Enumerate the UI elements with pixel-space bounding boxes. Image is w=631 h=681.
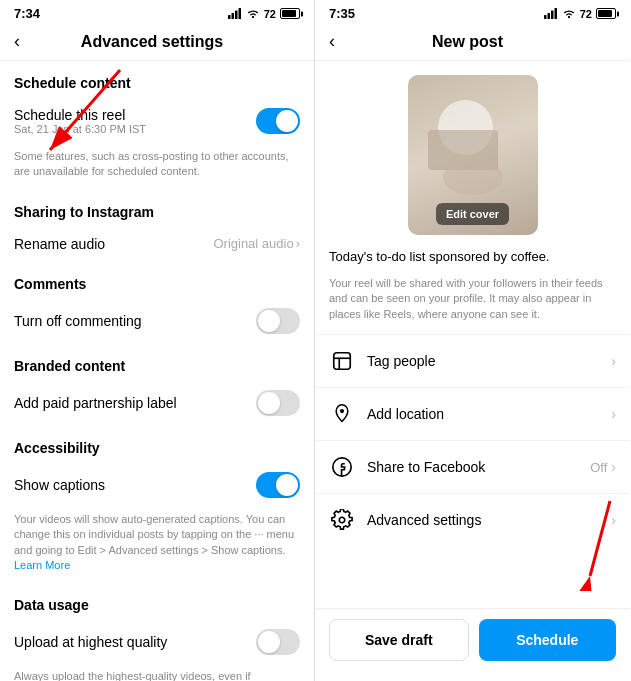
svg-rect-9 xyxy=(551,11,554,20)
svg-rect-2 xyxy=(235,11,238,20)
svg-rect-7 xyxy=(544,15,547,19)
svg-point-11 xyxy=(568,16,570,18)
save-draft-button[interactable]: Save draft xyxy=(329,619,469,661)
rename-audio-value: Original audio › xyxy=(213,236,300,251)
chevron-tag: › xyxy=(611,353,616,369)
battery-icon-left xyxy=(280,8,300,19)
edit-cover-button[interactable]: Edit cover xyxy=(436,203,509,225)
advanced-settings-label: Advanced settings xyxy=(367,512,611,528)
header-left: ‹ Advanced settings xyxy=(0,25,314,61)
chevron-facebook: › xyxy=(611,459,616,475)
setting-label-schedule-reel: Schedule this reel Sat, 21 Jan at 6:30 P… xyxy=(14,107,146,135)
turn-off-commenting-toggle[interactable] xyxy=(256,308,300,334)
back-button-right[interactable]: ‹ xyxy=(329,31,335,52)
upload-quality-label: Upload at highest quality xyxy=(14,634,167,650)
setting-row-partnership[interactable]: Add paid partnership label xyxy=(0,380,314,426)
chevron-advanced: › xyxy=(611,512,616,528)
setting-row-rename-audio[interactable]: Rename audio Original audio › xyxy=(0,226,314,262)
action-row-advanced-settings[interactable]: Advanced settings › xyxy=(315,493,630,546)
captions-toggle[interactable] xyxy=(256,472,300,498)
header-right: ‹ New post xyxy=(315,25,630,61)
setting-row-comments[interactable]: Turn off commenting xyxy=(0,298,314,344)
section-accessibility: Accessibility xyxy=(0,426,314,462)
time-right: 7:35 xyxy=(329,6,355,21)
schedule-reel-toggle[interactable] xyxy=(256,108,300,134)
status-icons-right: 72 xyxy=(544,8,616,20)
chevron-location: › xyxy=(611,406,616,422)
section-data-usage: Data usage xyxy=(0,583,314,619)
rename-audio-label: Rename audio xyxy=(14,236,105,252)
svg-rect-0 xyxy=(228,15,231,19)
action-row-share-facebook[interactable]: Share to Facebook Off › xyxy=(315,440,630,493)
wifi-icon-right xyxy=(562,8,576,19)
section-sharing: Sharing to Instagram xyxy=(0,190,314,226)
setting-row-upload-quality[interactable]: Upload at highest quality xyxy=(0,619,314,665)
wifi-icon-left xyxy=(246,8,260,19)
upload-quality-toggle[interactable] xyxy=(256,629,300,655)
right-panel: 7:35 72 ‹ New post xyxy=(315,0,630,681)
partnership-toggle[interactable] xyxy=(256,390,300,416)
post-image-container: Edit cover xyxy=(315,61,630,245)
schedule-reel-sub: Sat, 21 Jan at 6:30 PM IST xyxy=(14,123,146,135)
caption-text: Today's to-do list sponsored by coffee. xyxy=(315,245,630,276)
signal-icon xyxy=(228,8,242,19)
tag-people-label: Tag people xyxy=(367,353,611,369)
location-icon xyxy=(329,401,355,427)
action-row-tag-people[interactable]: Tag people › xyxy=(315,334,630,387)
status-bar-left: 7:34 72 xyxy=(0,0,314,25)
turn-off-commenting-label: Turn off commenting xyxy=(14,313,142,329)
battery-icon-right xyxy=(596,8,616,19)
time-left: 7:34 xyxy=(14,6,40,21)
svg-point-4 xyxy=(252,16,254,18)
content-right: Edit cover Today's to-do list sponsored … xyxy=(315,61,630,608)
page-title-left: Advanced settings xyxy=(28,33,276,51)
section-branded: Branded content xyxy=(0,344,314,380)
signal-icon-right xyxy=(544,8,558,19)
upload-quality-note: Always upload the highest-quality videos… xyxy=(0,665,314,681)
back-button-left[interactable]: ‹ xyxy=(14,31,20,52)
setting-row-schedule-reel[interactable]: Schedule this reel Sat, 21 Jan at 6:30 P… xyxy=(0,97,314,145)
add-location-label: Add location xyxy=(367,406,611,422)
content-left: Schedule content Schedule this reel Sat,… xyxy=(0,61,314,681)
post-image: Edit cover xyxy=(408,75,538,235)
captions-note: Your videos will show auto-generated cap… xyxy=(0,508,314,584)
section-comments: Comments xyxy=(0,262,314,298)
share-facebook-label: Share to Facebook xyxy=(367,459,590,475)
gear-icon xyxy=(329,507,355,533)
tag-icon xyxy=(329,348,355,374)
learn-more-link[interactable]: Learn More xyxy=(14,559,70,571)
reel-note: Your reel will be shared with your follo… xyxy=(315,276,630,334)
schedule-reel-label: Schedule this reel xyxy=(14,107,146,123)
svg-point-15 xyxy=(339,517,345,523)
svg-rect-1 xyxy=(231,13,234,19)
svg-rect-8 xyxy=(547,13,550,19)
svg-rect-3 xyxy=(238,8,241,19)
svg-rect-10 xyxy=(554,8,557,19)
page-title-right: New post xyxy=(343,33,592,51)
share-facebook-value: Off xyxy=(590,460,607,475)
schedule-button[interactable]: Schedule xyxy=(479,619,617,661)
battery-left: 72 xyxy=(264,8,276,20)
svg-point-13 xyxy=(340,409,344,413)
section-schedule: Schedule content xyxy=(0,61,314,97)
svg-rect-12 xyxy=(334,353,351,370)
partnership-label: Add paid partnership label xyxy=(14,395,177,411)
facebook-icon xyxy=(329,454,355,480)
setting-row-captions[interactable]: Show captions xyxy=(0,462,314,508)
action-row-add-location[interactable]: Add location › xyxy=(315,387,630,440)
bottom-bar: Save draft Schedule xyxy=(315,608,630,681)
status-icons-left: 72 xyxy=(228,8,300,20)
captions-label: Show captions xyxy=(14,477,105,493)
schedule-note: Some features, such as cross-posting to … xyxy=(0,145,314,190)
left-panel: 7:34 72 ‹ Advanced set xyxy=(0,0,315,681)
status-bar-right: 7:35 72 xyxy=(315,0,630,25)
battery-right: 72 xyxy=(580,8,592,20)
